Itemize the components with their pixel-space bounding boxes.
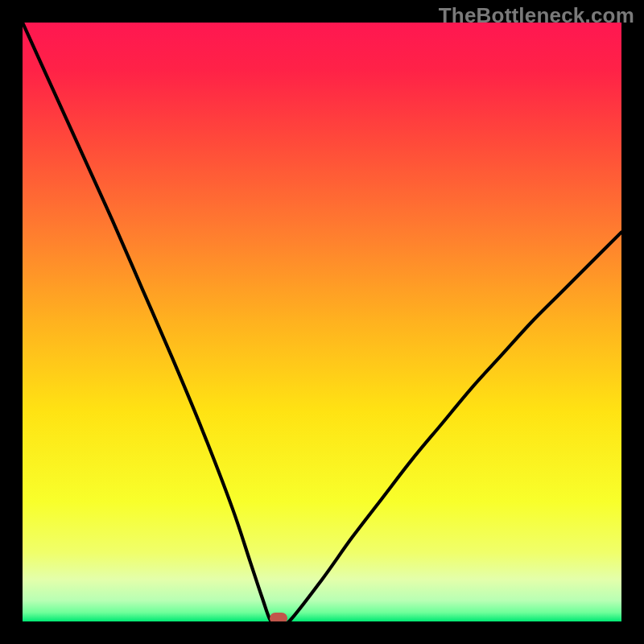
bottleneck-curve <box>23 23 621 621</box>
watermark-text: TheBottleneck.com <box>439 3 634 28</box>
chart-frame: TheBottleneck.com <box>0 0 644 644</box>
plot-area <box>23 23 621 621</box>
optimum-marker <box>270 613 287 621</box>
